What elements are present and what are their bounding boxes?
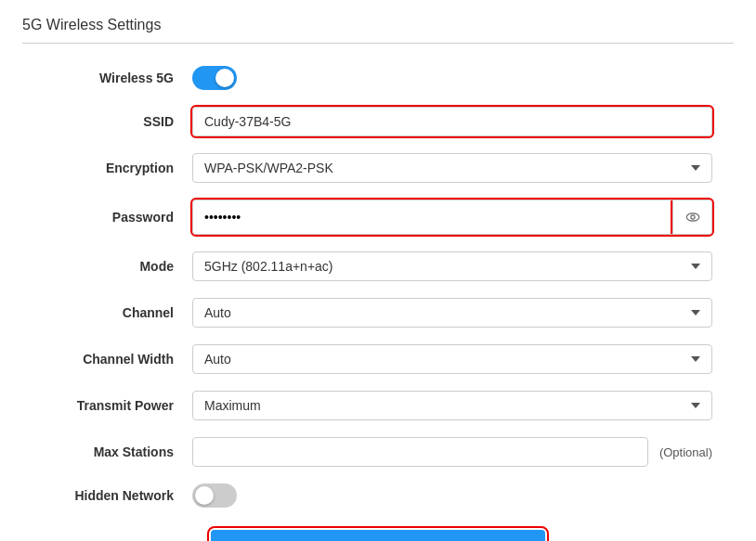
password-input[interactable]	[193, 203, 672, 231]
channel-width-select-wrapper: Auto 20MHz 40MHz 80MHz	[192, 344, 712, 374]
save-apply-row: Save & Apply	[44, 530, 712, 541]
hidden-network-label: Hidden Network	[44, 488, 192, 503]
password-row: Password	[44, 200, 712, 235]
ssid-label: SSID	[44, 114, 192, 129]
wireless-5g-toggle[interactable]	[192, 66, 237, 90]
page-title: 5G Wireless Settings	[22, 17, 734, 33]
transmit-power-row: Transmit Power Maximum High Medium Low	[44, 391, 712, 420]
password-input-wrapper	[192, 200, 712, 235]
channel-width-label: Channel Width	[44, 352, 192, 367]
hidden-network-toggle[interactable]	[192, 483, 237, 508]
encryption-select[interactable]: WPA-PSK/WPA2-PSK WPA-PSK WPA2-PSK None	[192, 153, 712, 183]
svg-point-0	[686, 213, 699, 221]
max-stations-input[interactable]	[192, 437, 648, 467]
mode-row: Mode 5GHz (802.11a+n+ac) 5GHz (802.11a+n…	[44, 251, 712, 281]
password-toggle-button[interactable]	[672, 200, 711, 234]
max-stations-optional-label: (Optional)	[659, 445, 712, 459]
mode-select-wrapper: 5GHz (802.11a+n+ac) 5GHz (802.11a+n) 5GH…	[192, 251, 712, 281]
channel-row: Channel Auto 1 6 11	[44, 298, 712, 328]
channel-width-row: Channel Width Auto 20MHz 40MHz 80MHz	[44, 344, 712, 374]
wireless-5g-toggle-wrapper	[192, 66, 237, 90]
toggle-knob	[215, 69, 234, 87]
form-container: Wireless 5G SSID Encryption W	[44, 66, 712, 541]
wireless-5g-label: Wireless 5G	[44, 71, 192, 85]
mode-select[interactable]: 5GHz (802.11a+n+ac) 5GHz (802.11a+n) 5GH…	[192, 251, 712, 281]
eye-icon	[684, 209, 701, 225]
ssid-row: SSID	[44, 107, 712, 136]
toggle-slider-on	[192, 66, 237, 90]
save-apply-button[interactable]: Save & Apply	[211, 530, 545, 541]
channel-label: Channel	[44, 305, 192, 320]
encryption-row: Encryption WPA-PSK/WPA2-PSK WPA-PSK WPA2…	[44, 153, 712, 183]
password-field-group	[192, 200, 712, 235]
hidden-network-toggle-wrapper	[192, 483, 237, 508]
encryption-label: Encryption	[44, 161, 192, 175]
svg-point-1	[690, 215, 694, 219]
encryption-select-wrapper: WPA-PSK/WPA2-PSK WPA-PSK WPA2-PSK None	[192, 153, 712, 183]
max-stations-row: Max Stations (Optional)	[44, 437, 712, 467]
page-container: 5G Wireless Settings Wireless 5G SSID	[0, 0, 756, 541]
channel-select[interactable]: Auto 1 6 11	[192, 298, 712, 328]
transmit-power-select[interactable]: Maximum High Medium Low	[192, 391, 712, 420]
channel-select-wrapper: Auto 1 6 11	[192, 298, 712, 328]
mode-label: Mode	[44, 259, 192, 274]
channel-width-select[interactable]: Auto 20MHz 40MHz 80MHz	[192, 344, 712, 374]
ssid-input[interactable]	[192, 107, 712, 136]
wireless-5g-row: Wireless 5G	[44, 66, 712, 90]
transmit-power-select-wrapper: Maximum High Medium Low	[192, 391, 712, 420]
section-divider	[22, 43, 734, 44]
toggle-slider-off	[192, 483, 237, 508]
max-stations-input-wrapper	[192, 437, 648, 467]
transmit-power-label: Transmit Power	[44, 398, 192, 413]
toggle-knob-off	[195, 486, 214, 505]
password-label: Password	[44, 210, 192, 225]
ssid-input-wrapper	[192, 107, 712, 136]
hidden-network-row: Hidden Network	[44, 483, 712, 508]
max-stations-label: Max Stations	[44, 444, 192, 459]
